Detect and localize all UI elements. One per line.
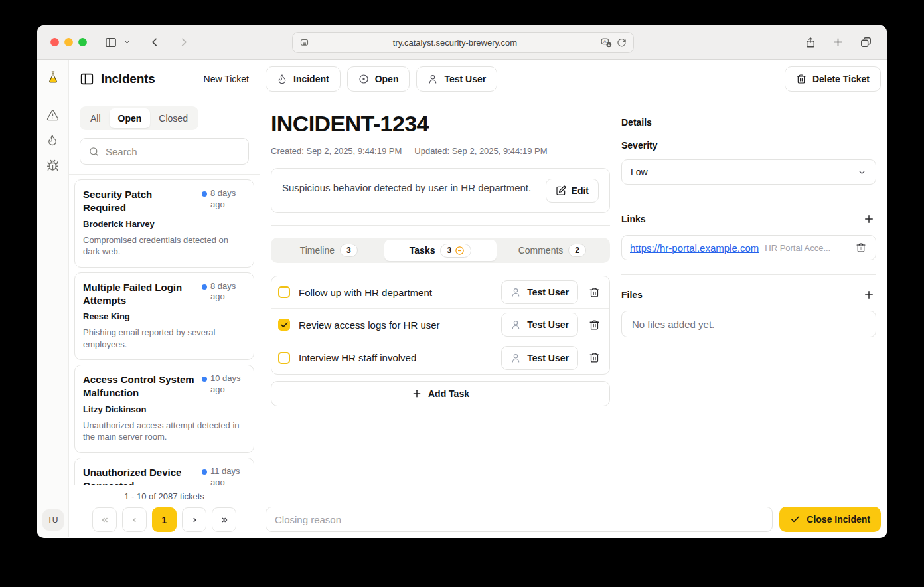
add-file-button[interactable] [862,288,876,302]
add-task-button[interactable]: Add Task [271,381,610,406]
ticket-owner-button[interactable]: Test User [416,66,497,92]
reader-view-icon[interactable] [299,38,309,48]
incident-title: INCIDENT-1234 [271,111,610,137]
flame-icon [277,74,287,84]
ticket-list: Security Patch Required 8 days ago Brode… [69,174,260,485]
tab-timeline[interactable]: Timeline 3 [273,240,384,261]
tab-overview-icon[interactable] [860,36,872,48]
delete-task-button[interactable] [587,286,601,299]
tab-comments[interactable]: Comments 2 [497,240,608,261]
links-heading: Links [621,214,862,224]
search-icon [88,146,100,157]
task-row: Interview HR staff involved Test User [271,341,609,374]
new-ticket-button[interactable]: New Ticket [204,74,249,84]
ticket-search[interactable] [80,138,249,165]
filter-all[interactable]: All [82,108,110,128]
ticket-card[interactable]: Unauthorized Device Connected 11 days ag… [74,458,254,485]
sidebar-chevron-down-icon[interactable] [123,39,131,46]
search-input[interactable] [106,146,240,157]
updated-timestamp: Updated: Sep 2, 2025, 9:44:19 PM [414,146,547,156]
task-assignee-button[interactable]: Test User [501,280,578,304]
ticket-desc: Compromised credentials detected on dark… [83,234,246,258]
incidents-flame-icon[interactable] [46,134,60,147]
tab-tasks[interactable]: Tasks 3 [384,240,496,261]
window-controls [50,38,87,46]
close-incident-button[interactable]: Close Incident [779,507,881,532]
delete-ticket-button[interactable]: Delete Ticket [785,66,881,92]
first-page-button[interactable] [92,507,117,532]
current-page-button[interactable]: 1 [152,507,177,532]
detail-tabs: Timeline 3 Tasks 3 [271,238,610,263]
tasks-list: Follow up with HR department Test User [271,276,610,375]
incident-description: Suspicious behavior detected by user in … [282,179,538,203]
ticket-status-button[interactable]: Open [347,66,410,92]
edit-description-button[interactable]: Edit [546,179,599,203]
bug-icon[interactable] [46,159,60,173]
prev-page-button[interactable] [122,507,147,532]
check-icon [790,514,801,525]
translate-icon[interactable]: A [601,37,612,48]
link-url[interactable]: https://hr-portal.example.com [630,242,759,254]
chevron-down-icon [857,167,867,177]
ticket-desc: Phishing email reported by several emplo… [83,327,246,350]
tasks-open-minus-circle-icon [455,246,465,256]
new-tab-icon[interactable] [832,37,844,48]
task-label: Review access logs for HR user [299,319,501,331]
severity-select[interactable]: Low [621,159,876,185]
task-checkbox-2[interactable] [278,352,290,364]
close-window-button[interactable] [50,38,59,46]
ticket-type-button[interactable]: Incident [266,66,341,92]
closing-reason-input[interactable] [266,507,773,532]
reload-icon[interactable] [617,38,627,48]
back-button-icon[interactable] [149,37,161,48]
pagination: 1 - 10 of 2087 tickets 1 [69,485,260,537]
details-heading: Details [621,117,876,127]
pen-icon [556,185,566,196]
brewery-flask-icon[interactable] [46,70,60,84]
ticket-owner: Litzy Dickinson [83,404,246,414]
task-assignee-button[interactable]: Test User [501,313,578,337]
ticket-owner: Reese King [83,311,246,321]
trash-icon [796,74,807,84]
files-heading: Files [621,290,862,300]
task-checkbox-0[interactable] [278,286,290,298]
filter-closed[interactable]: Closed [150,108,196,128]
close-incident-bar: Close Incident [260,501,887,537]
ticket-card[interactable]: Access Control System Malfunction 10 day… [74,365,254,453]
ticket-title: Multiple Failed Login Attempts [83,281,198,308]
url-text[interactable]: try.catalyst.security-brewery.com [309,38,601,48]
link-note: HR Portal Acce... [765,243,848,253]
tickets-sidebar: Incidents New Ticket All Open Closed Sec… [69,60,260,537]
address-bar[interactable]: try.catalyst.security-brewery.com A [292,32,634,53]
add-link-button[interactable] [862,212,876,226]
user-icon [427,74,438,84]
task-assignee-button[interactable]: Test User [501,346,578,370]
user-avatar[interactable]: TU [42,509,64,531]
zoom-window-button[interactable] [78,38,87,46]
plus-icon [412,388,422,399]
panel-left-icon[interactable] [80,72,94,86]
alerts-triangle-icon[interactable] [46,109,60,122]
delete-task-button[interactable] [587,318,601,332]
browser-toolbar: try.catalyst.security-brewery.com A [37,25,887,60]
share-icon[interactable] [805,36,816,49]
delete-task-button[interactable] [587,351,601,365]
filter-open[interactable]: Open [110,108,151,128]
ticket-card[interactable]: Security Patch Required 8 days ago Brode… [74,179,254,268]
section-divider [621,274,876,275]
task-label: Follow up with HR department [299,287,501,298]
unread-dot [202,284,207,290]
toolbar-sidebar-toggle-icon[interactable] [104,36,117,49]
delete-link-button[interactable] [854,241,868,254]
ticket-filter-segmented-control: All Open Closed [80,106,198,130]
forward-button-icon[interactable] [178,37,189,48]
ticket-time: 8 days ago [210,188,246,215]
ticket-time: 11 days ago [210,466,246,485]
task-checkbox-1[interactable] [278,319,290,331]
unread-dot [202,469,207,475]
next-page-button[interactable] [182,507,206,532]
ticket-header-bar: Incident Open Test User [260,60,887,98]
minimize-window-button[interactable] [64,38,73,46]
ticket-card[interactable]: Multiple Failed Login Attempts 8 days ag… [74,272,254,361]
last-page-button[interactable] [212,507,236,532]
